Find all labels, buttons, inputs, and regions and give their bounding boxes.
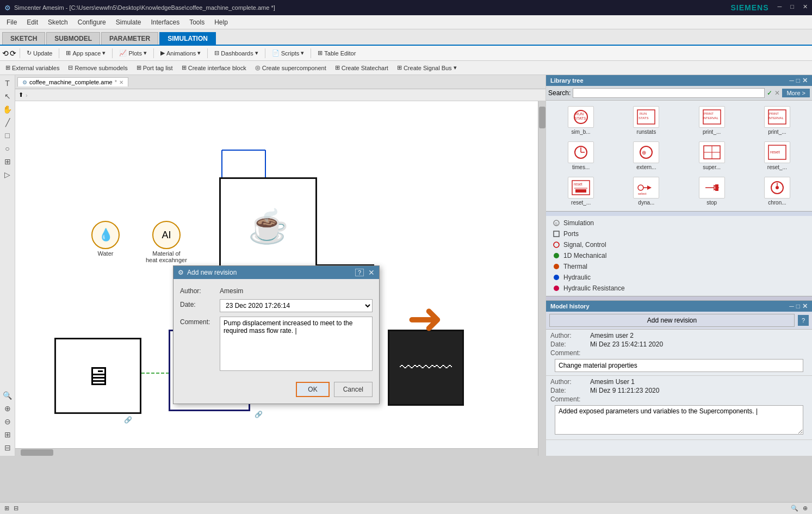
library-search-input[interactable] bbox=[573, 88, 765, 98]
tool-hand[interactable]: ✋ bbox=[2, 103, 14, 115]
search-confirm-icon[interactable]: ✓ bbox=[767, 89, 772, 97]
dialog-help-btn[interactable]: ? bbox=[355, 269, 364, 276]
port-tag-list-btn[interactable]: ⊞ Port tag list bbox=[133, 63, 176, 72]
lib-list-signal[interactable]: Signal, Control bbox=[550, 239, 808, 250]
lib-item-print2[interactable]: PRINT INTERVAL print_... bbox=[746, 104, 809, 137]
minimize-btn[interactable]: ─ bbox=[778, 3, 782, 12]
create-signal-bus-btn[interactable]: ⊞ Create Signal Bus ▾ bbox=[394, 63, 460, 72]
search-clear-icon[interactable]: ✕ bbox=[774, 89, 780, 97]
lib-item-reset2[interactable]: reset reset_... bbox=[549, 175, 612, 208]
external-variables-btn[interactable]: ⊞ External variables bbox=[2, 63, 63, 72]
animations-btn[interactable]: ▶ Animations ▾ bbox=[157, 48, 204, 58]
plots-btn[interactable]: 📈 Plots ▾ bbox=[116, 48, 150, 58]
menu-simulate[interactable]: Simulate bbox=[111, 17, 146, 27]
lib-item-timer[interactable]: times... bbox=[549, 139, 612, 172]
appspace-btn[interactable]: ⊞ App space ▾ bbox=[63, 48, 109, 58]
lib-item-dyna[interactable]: select dyna... bbox=[615, 175, 678, 208]
bottom-scrollbar[interactable] bbox=[15, 448, 538, 456]
canvas-area[interactable]: ⚙ coffee_machine_complete.ame * ✕ ⬆ › 💧 … bbox=[15, 75, 546, 456]
lib-list-thermal[interactable]: Thermal bbox=[550, 261, 808, 272]
close-btn[interactable]: ✕ bbox=[803, 3, 808, 12]
tool-text[interactable]: T bbox=[2, 77, 14, 89]
lib-item-print1[interactable]: PRINT INTERVAL print_... bbox=[680, 104, 743, 137]
lib-item-sim[interactable]: RUN STATS sim_b... bbox=[549, 104, 612, 137]
status-icon-1[interactable]: ⊞ bbox=[4, 505, 9, 512]
vert-scrollbar[interactable] bbox=[538, 101, 546, 456]
lib-item-stop[interactable]: stop bbox=[680, 175, 743, 208]
scripts-btn[interactable]: 📄 Scripts ▾ bbox=[269, 48, 308, 58]
tool-grid[interactable]: ⊟ bbox=[2, 442, 14, 454]
menu-help[interactable]: Help bbox=[210, 17, 232, 27]
material-element[interactable]: AI Material of heat excahnger bbox=[146, 221, 187, 263]
lib-item-extern[interactable]: ⊕ extern... bbox=[615, 139, 678, 172]
water-element[interactable]: 💧 Water bbox=[91, 221, 120, 257]
tool-search[interactable]: 🔍 bbox=[2, 389, 14, 401]
canvas-tab-main[interactable]: ⚙ coffee_machine_complete.ame * ✕ bbox=[17, 77, 128, 86]
history-minimize-btn[interactable]: ─ bbox=[789, 302, 794, 310]
tableeditor-btn[interactable]: ⊞ Table Editor bbox=[314, 48, 359, 58]
tool-layers[interactable]: ⊞ bbox=[2, 429, 14, 441]
nav-forward-btn[interactable]: › bbox=[26, 92, 28, 98]
revision1-comment-input[interactable] bbox=[555, 359, 803, 372]
add-revision-button[interactable]: Add new revision bbox=[549, 314, 795, 327]
tab-submodel[interactable]: SUBMODEL bbox=[46, 32, 100, 45]
comment-textarea[interactable]: Pump displacement increased to meet to t… bbox=[220, 317, 373, 371]
tool-extra2[interactable]: ▷ bbox=[2, 169, 14, 181]
lib-scrollbar-area[interactable] bbox=[546, 211, 812, 215]
tab-simulation[interactable]: SIMULATION bbox=[159, 32, 216, 45]
more-button[interactable]: More > bbox=[782, 89, 810, 97]
lib-list-simulation[interactable]: S Simulation bbox=[550, 218, 808, 228]
lib-list-hydraulic-res[interactable]: Hydraulic Resistance bbox=[550, 283, 808, 294]
lib-item-chron[interactable]: chron... bbox=[746, 175, 809, 208]
menu-file[interactable]: File bbox=[2, 17, 21, 27]
tool-ellipse[interactable]: ○ bbox=[2, 143, 14, 154]
tool-rect[interactable]: □ bbox=[2, 129, 14, 141]
canvas-tab-close[interactable]: ✕ bbox=[119, 79, 123, 85]
vert-scroll-thumb[interactable] bbox=[539, 107, 546, 128]
tab-parameter[interactable]: PARAMETER bbox=[101, 32, 158, 45]
menu-tools[interactable]: Tools bbox=[185, 17, 209, 27]
horiz-scroll-thumb[interactable] bbox=[21, 449, 53, 456]
ok-button[interactable]: OK bbox=[296, 382, 329, 397]
lib-close-btn[interactable]: ✕ bbox=[802, 77, 808, 84]
status-icon-4[interactable]: ⊕ bbox=[803, 505, 808, 512]
remove-submodels-btn[interactable]: ⊟ Remove submodels bbox=[65, 63, 131, 72]
lib-item-reset1[interactable]: reset reset_... bbox=[746, 139, 809, 172]
update-btn[interactable]: ↻ Update bbox=[23, 48, 55, 58]
menu-edit[interactable]: Edit bbox=[22, 17, 42, 27]
menu-interfaces[interactable]: Interfaces bbox=[146, 17, 184, 27]
menu-configure[interactable]: Configure bbox=[73, 17, 110, 27]
create-supercomponent-btn[interactable]: ◎ Create supercomponent bbox=[252, 63, 330, 72]
tool-zoom-out[interactable]: ⊖ bbox=[2, 416, 14, 428]
lib-minimize-btn[interactable]: ─ bbox=[789, 77, 794, 84]
status-icon-3[interactable]: 🔍 bbox=[791, 505, 798, 512]
status-icon-2[interactable]: ⊟ bbox=[14, 505, 18, 512]
tab-sketch[interactable]: SKETCH bbox=[2, 32, 45, 45]
lib-bottom-scrollbar[interactable] bbox=[546, 296, 812, 300]
tool-zoom-in[interactable]: ⊕ bbox=[2, 402, 14, 414]
lib-item-runstats[interactable]: RUN STATS runstats bbox=[615, 104, 678, 137]
dialog-close-btn[interactable]: ✕ bbox=[368, 268, 375, 277]
menu-sketch[interactable]: Sketch bbox=[44, 17, 72, 27]
history-close-btn[interactable]: ✕ bbox=[802, 302, 808, 310]
date-select[interactable]: 23 Dec 2020 17:26:14 bbox=[220, 299, 373, 312]
tool-extra[interactable]: ⊞ bbox=[2, 156, 14, 168]
tool-cursor[interactable]: ↖ bbox=[2, 90, 14, 102]
dashboards-btn[interactable]: ⊟ Dashboards ▾ bbox=[211, 48, 261, 58]
main-machine-icon[interactable]: ☕ bbox=[219, 177, 317, 275]
lib-maximize-btn[interactable]: □ bbox=[796, 77, 800, 84]
revision2-comment-textarea[interactable]: Added exposed parameters und variables t… bbox=[555, 405, 803, 435]
history-maximize-btn[interactable]: □ bbox=[796, 302, 800, 310]
lib-list-hydraulic[interactable]: Hydraulic bbox=[550, 272, 808, 283]
history-help-btn[interactable]: ? bbox=[798, 315, 809, 326]
tool-line[interactable]: ╱ bbox=[2, 116, 14, 128]
maximize-btn[interactable]: □ bbox=[790, 3, 794, 12]
lib-list-ports[interactable]: Ports bbox=[550, 228, 808, 239]
cancel-button[interactable]: Cancel bbox=[334, 382, 373, 397]
create-statechart-btn[interactable]: ⊞ Create Statechart bbox=[332, 63, 392, 72]
lib-item-super[interactable]: super... bbox=[680, 139, 743, 172]
create-interface-btn[interactable]: ⊞ Create interface block bbox=[178, 63, 250, 72]
lib-list-1dmech[interactable]: 1D Mechanical bbox=[550, 250, 808, 261]
nav-up-btn[interactable]: ⬆ bbox=[18, 91, 23, 98]
machine-body-element[interactable]: 🖥 bbox=[54, 338, 141, 414]
